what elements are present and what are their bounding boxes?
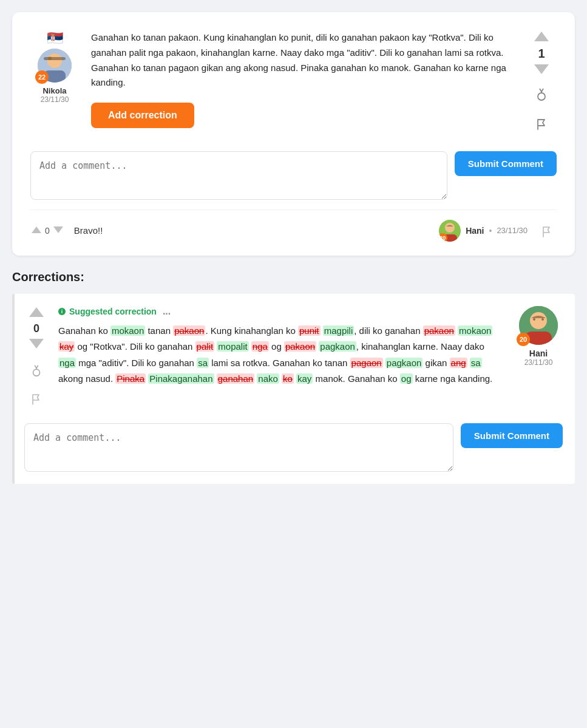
submit-comment-button[interactable]: Submit Comment	[455, 151, 557, 176]
correction-medal-button[interactable]	[26, 360, 47, 383]
correction-text: Ganahan ko mokaon tanan pakaon. Kung kin…	[58, 323, 504, 387]
comment-text: Bravo!!	[74, 225, 429, 236]
del-palit: palit	[195, 341, 215, 352]
suggested-dots: ...	[163, 306, 171, 317]
medal-button[interactable]	[531, 83, 552, 107]
correction-flag-button[interactable]	[27, 390, 46, 411]
del-pinaka: Pinaka	[115, 373, 146, 384]
comment-flag-icon	[541, 226, 553, 238]
comment-author-name: Hani	[466, 226, 484, 236]
comment-vote: 0	[30, 225, 64, 236]
ins-nako: nako	[257, 373, 279, 384]
flag-emoji: 🇷🇸	[47, 30, 63, 46]
comment-upvote-button[interactable]	[30, 225, 42, 236]
ins-nga: nga	[58, 358, 76, 368]
svg-point-16	[541, 318, 544, 321]
ins-kay: kay	[296, 373, 313, 384]
svg-rect-4	[44, 57, 66, 60]
comment-vote-count: 0	[45, 226, 50, 236]
suggested-label: i Suggested correction ...	[58, 306, 504, 317]
correction-inner: 0	[24, 306, 563, 411]
del-pakaon-3: pakaon	[284, 341, 316, 352]
correction-submit-button[interactable]: Submit Comment	[461, 423, 563, 448]
comment-author-area: 20 Hani • 23/11/30	[439, 220, 528, 242]
comment-upvote-icon	[32, 226, 41, 233]
post-area: 🇷🇸 22 Nikola 23/11/30 Gana	[30, 30, 557, 137]
author-level-badge: 22	[35, 70, 49, 84]
correction-content: i Suggested correction ... Ganahan ko mo…	[58, 306, 504, 411]
correction-comment-area: Submit Comment	[24, 423, 563, 472]
svg-point-8	[445, 223, 455, 233]
ins-pinakaganahan: Pinakaganahan	[148, 373, 214, 384]
del-kay: kay	[58, 341, 75, 352]
comment-avatar-wrap: 20	[439, 220, 461, 242]
vote-count: 1	[538, 47, 545, 61]
correction-avatar-wrap: 20	[519, 306, 558, 345]
correction-card: 0	[12, 294, 575, 484]
comment-input[interactable]	[30, 151, 447, 200]
del-nga: nga	[251, 341, 269, 352]
correction-level-badge: 20	[517, 333, 530, 346]
suggested-label-text: Suggested correction	[69, 307, 157, 316]
del-ang: ang	[450, 358, 467, 368]
correction-upvote-button[interactable]	[28, 306, 45, 320]
correction-author-col: 20 Hani 23/11/30	[514, 306, 563, 411]
author-date: 23/11/30	[41, 95, 69, 104]
svg-point-13	[530, 312, 547, 329]
upvote-arrow-icon	[534, 32, 549, 41]
comment-flag-button[interactable]	[537, 222, 557, 243]
downvote-button[interactable]	[533, 63, 550, 77]
correction-author-name: Hani	[529, 349, 548, 358]
del-pakaon-1: pakaon	[173, 325, 205, 336]
comment-author-date: 23/11/30	[497, 226, 528, 235]
svg-point-5	[538, 93, 545, 100]
author-avatar-wrap: 22	[38, 49, 72, 83]
corrections-section: Corrections: 0	[12, 270, 575, 484]
author-name: Nikola	[42, 86, 66, 95]
author-col: 🇷🇸 22 Nikola 23/11/30	[30, 30, 79, 137]
flag-button[interactable]	[531, 114, 552, 137]
correction-comment-input[interactable]	[24, 423, 453, 472]
post-card: 🇷🇸 22 Nikola 23/11/30 Gana	[12, 12, 575, 256]
del-punit: punit	[298, 325, 321, 336]
correction-downvote-icon	[29, 339, 44, 349]
upvote-button[interactable]	[533, 30, 550, 44]
medal-icon	[534, 87, 549, 101]
comment-row: 0 Bravo!! 20 Hani • 23/11/30	[30, 209, 557, 243]
suggested-dot-icon: i	[58, 308, 66, 315]
svg-point-1	[47, 53, 62, 68]
correction-vote-col: 0	[24, 306, 49, 411]
ins-mokaon: mokaon	[110, 325, 145, 336]
ins-og: og	[400, 373, 413, 384]
corrections-title: Corrections:	[12, 270, 575, 284]
correction-downvote-button[interactable]	[28, 338, 45, 352]
add-correction-button[interactable]: Add correction	[91, 103, 194, 128]
downvote-arrow-icon	[534, 64, 549, 74]
comment-downvote-button[interactable]	[52, 225, 64, 236]
svg-point-15	[533, 318, 535, 321]
del-ko: ko	[282, 373, 294, 384]
ins-mokaon-2: mokaon	[458, 325, 492, 336]
post-body-text: Ganahan ko tanan pakaon. Kung kinahangla…	[91, 32, 506, 87]
comment-area: Submit Comment	[30, 151, 557, 200]
ins-sa: sa	[197, 358, 209, 368]
post-text: Ganahan ko tanan pakaon. Kung kinahangla…	[91, 30, 514, 137]
correction-author-date: 23/11/30	[524, 358, 553, 367]
del-ganahan: ganahan	[217, 373, 254, 384]
flag-icon	[535, 118, 548, 131]
vote-col: 1	[526, 30, 557, 137]
ins-pagkaon-2: pagkaon	[385, 358, 423, 368]
del-pakaon-2: pakaon	[423, 325, 455, 336]
comment-dot: •	[489, 226, 492, 236]
ins-pagkaon-1: pagkaon	[319, 341, 356, 352]
ins-mopalit: mopalit	[217, 341, 248, 352]
correction-upvote-icon	[29, 307, 44, 317]
ins-sa: sa	[470, 358, 482, 368]
correction-flag-icon	[30, 393, 42, 406]
correction-medal-icon	[30, 364, 43, 377]
del-pagaon: pagaon	[350, 358, 383, 368]
ins-magpili: magpili	[323, 325, 355, 336]
svg-point-10	[33, 369, 40, 376]
correction-vote-count: 0	[33, 322, 39, 335]
comment-downvote-icon	[53, 226, 63, 233]
